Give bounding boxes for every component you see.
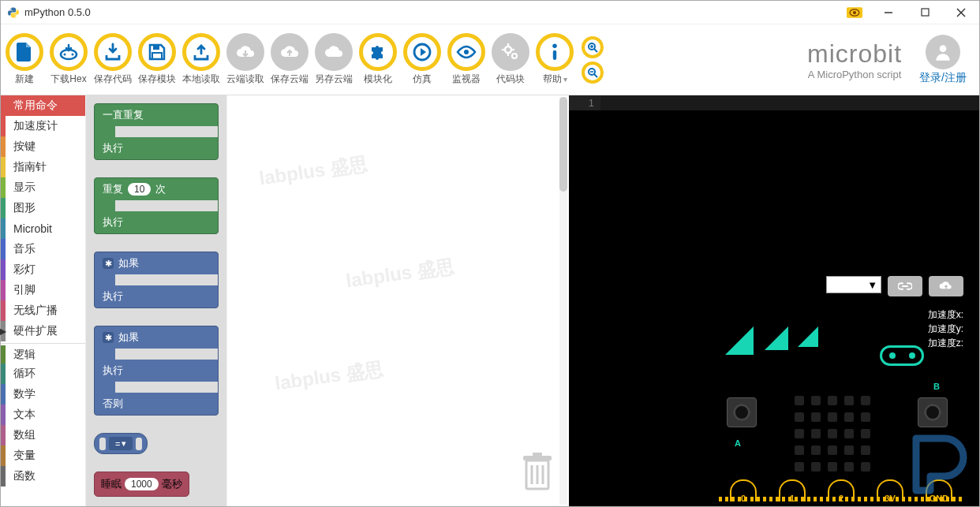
minimize-button[interactable] <box>870 1 907 24</box>
toolbar-savecloud-button[interactable]: 保存云端 <box>269 33 310 86</box>
trash-icon[interactable] <box>520 451 555 492</box>
toolbar-label: 模块化 <box>364 73 392 86</box>
cloud-down-icon <box>226 33 264 71</box>
toolbar-label: 保存代码 <box>94 73 132 86</box>
zoom-out-button[interactable] <box>582 62 604 84</box>
login-link[interactable]: 登录/注册 <box>919 71 967 85</box>
category-图形[interactable]: 图形 <box>1 198 85 218</box>
category-label: 彩灯 <box>6 263 85 277</box>
category-指南针[interactable]: 指南针 <box>1 157 85 177</box>
maximize-button[interactable] <box>907 1 943 24</box>
toolbar-label: 新建 <box>15 73 34 86</box>
scrollbar-thumb[interactable] <box>559 97 567 192</box>
category-变量[interactable]: 变量 <box>1 445 85 466</box>
toolbar-saveblock-button[interactable]: 保存模块 <box>137 33 178 86</box>
expand-arrow-icon: ▶ <box>1 326 6 337</box>
category-label: 图形 <box>6 201 85 215</box>
toolbar-localread-button[interactable]: 本地读取 <box>181 33 222 86</box>
toolbar-blockify-button[interactable]: 模块化 <box>357 33 398 86</box>
led <box>844 429 854 438</box>
category-label: 无线广播 <box>6 304 85 318</box>
led <box>795 462 804 472</box>
category-常用命令[interactable]: 常用命令 <box>1 95 85 116</box>
cloud-upload-button[interactable] <box>929 276 963 296</box>
toolbar-monitor-button[interactable]: 监视器 <box>446 33 487 86</box>
block-repeat-n[interactable]: 重复10次 执行 <box>94 177 219 234</box>
category-label: 数组 <box>6 428 85 442</box>
block-if[interactable]: ✱如果 执行 <box>94 252 219 308</box>
toolbar-cloudread-button[interactable]: 云端读取 <box>225 33 266 86</box>
code-editor[interactable]: 1 <box>569 95 979 110</box>
led <box>795 445 804 455</box>
led <box>828 396 837 405</box>
line-number: 1 <box>569 95 600 110</box>
block-label: 次 <box>155 182 166 196</box>
block-equals[interactable]: = ▾ <box>94 433 219 454</box>
close-button[interactable] <box>943 1 979 24</box>
toolbar-saveascloud-button[interactable]: 另存云端 <box>313 33 354 86</box>
category-数组[interactable]: 数组 <box>1 425 85 445</box>
category-逻辑[interactable]: 逻辑 <box>1 343 85 363</box>
pin-2[interactable]: 2 <box>828 479 855 501</box>
category-按键[interactable]: 按键 <box>1 136 85 157</box>
category-label: 显示 <box>6 181 85 195</box>
block-forever[interactable]: 一直重复 执行 <box>94 103 219 160</box>
category-加速度计[interactable]: 加速度计 <box>1 116 85 136</box>
category-Microbit[interactable]: Microbit <box>1 218 85 239</box>
number-slot[interactable]: 10 <box>128 183 151 196</box>
zoom-in-button[interactable] <box>582 36 604 58</box>
block-canvas[interactable]: labplus 盛思 labplus 盛思 labplus 盛思 <box>226 95 569 506</box>
svg-point-8 <box>64 54 66 56</box>
category-循环[interactable]: 循环 <box>1 363 85 384</box>
toolbar-savecode-button[interactable]: 保存代码 <box>92 33 133 86</box>
block-label: 如果 <box>118 256 139 270</box>
avatar[interactable] <box>926 35 960 69</box>
button-b[interactable] <box>918 397 948 427</box>
category-list: 常用命令加速度计按键指南针显示图形Microbit音乐彩灯引脚无线广播▶硬件扩展… <box>1 95 86 506</box>
led <box>828 445 837 455</box>
block-sleep[interactable]: 睡眠1000毫秒 <box>94 472 219 497</box>
svg-rect-4 <box>922 9 929 16</box>
led-grid <box>795 396 870 472</box>
toolbar-label: 保存云端 <box>271 73 309 86</box>
category-音乐[interactable]: 音乐 <box>1 239 85 259</box>
label-b: B <box>933 382 940 391</box>
toolbar-label: 仿真 <box>413 73 432 86</box>
category-数学[interactable]: 数学 <box>1 384 85 404</box>
pin-1[interactable]: 1 <box>779 479 806 501</box>
category-文本[interactable]: 文本 <box>1 404 85 425</box>
svg-point-13 <box>464 50 469 54</box>
svg-rect-21 <box>553 50 556 60</box>
pin-0[interactable]: 0 <box>730 479 757 501</box>
category-显示[interactable]: 显示 <box>1 177 85 198</box>
led <box>828 462 837 472</box>
toolbar-new-button[interactable]: 新建 <box>4 33 45 86</box>
link-button[interactable] <box>888 276 922 296</box>
category-引脚[interactable]: 引脚 <box>1 280 85 300</box>
svg-point-2 <box>853 10 856 13</box>
category-无线广播[interactable]: 无线广播 <box>1 300 85 321</box>
gear-icon[interactable]: ✱ <box>103 258 114 269</box>
toolbar-simulate-button[interactable]: 仿真 <box>402 33 443 86</box>
block-if-else[interactable]: ✱如果 执行 否则 <box>94 326 219 416</box>
titlebar: mPython 0.5.0 <box>1 1 979 24</box>
led <box>844 412 854 422</box>
toolbar-codeblock-button[interactable]: 代码块 <box>490 33 531 86</box>
led <box>844 396 854 405</box>
gear-icon[interactable]: ✱ <box>103 332 114 343</box>
toolbar-dlhex-button[interactable]: 下载Hex <box>48 33 89 86</box>
category-彩灯[interactable]: 彩灯 <box>1 259 85 280</box>
block-label: 执行 <box>103 216 123 228</box>
category-label: 逻辑 <box>6 348 85 362</box>
toolbar-help-button[interactable]: 帮助▾ <box>534 33 575 86</box>
category-label: 按键 <box>6 140 85 154</box>
category-函数[interactable]: 函数 <box>1 466 85 486</box>
toolbar-label: 另存云端 <box>315 73 353 86</box>
number-slot[interactable]: 1000 <box>125 478 159 490</box>
button-a[interactable] <box>727 397 757 427</box>
sim-select[interactable]: ▼ <box>826 276 881 293</box>
pin-3V[interactable]: 3V <box>877 479 903 501</box>
toolbar-label: 云端读取 <box>226 73 264 86</box>
category-硬件扩展[interactable]: ▶硬件扩展 <box>1 321 85 341</box>
operator-dropdown[interactable]: = ▾ <box>109 437 133 450</box>
